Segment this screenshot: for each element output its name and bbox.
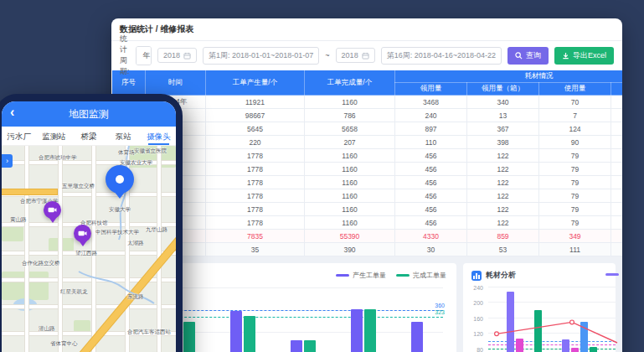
back-chevron-icon[interactable]: ‹ <box>10 105 14 120</box>
table-cell: 67 <box>611 176 623 189</box>
table-cell: 859 <box>467 230 539 243</box>
table-cell: 1160 <box>305 203 395 216</box>
consumables-chart-card: 耗材分析 4080120160200240 <box>463 263 616 352</box>
col-header-sub2: 领用量（箱） <box>467 83 539 96</box>
table-row: 6177811604561227967 <box>112 163 623 176</box>
map-label: 安徽省立医院 <box>134 148 167 155</box>
start-week-input[interactable]: 第1周: 2018-01-01~2018-01-07 <box>203 47 319 65</box>
phone-tab-摄像头[interactable]: 摄像头 <box>141 127 176 145</box>
phone-tab-泵站[interactable]: 泵站 <box>106 127 142 145</box>
table-cell: 240 <box>395 109 467 122</box>
map-label: 潜山路 <box>39 325 55 333</box>
legend-dash-created <box>336 274 349 277</box>
table-row: 356455658897367124129 <box>112 122 623 136</box>
legend-item-created[interactable]: 产生工单量 <box>336 271 386 280</box>
table-row: 7177811604561227967 <box>112 176 623 189</box>
average-row: 平均值35390305311114 <box>112 243 623 256</box>
map-label: 合肥汽车客运西站 <box>127 329 171 336</box>
table-cell: 1778 <box>206 163 305 176</box>
table-cell: 79 <box>539 216 611 230</box>
table-cell: 67 <box>611 189 623 203</box>
map-label: 安徽大学 <box>109 206 131 214</box>
table-row: 298667786240137690 <box>112 109 623 122</box>
table-cell: 70 <box>539 96 611 109</box>
table-cell: 111 <box>539 243 611 256</box>
y-tick-label: 120 <box>463 331 483 337</box>
period-segmented-control[interactable]: 年季月周日 <box>136 46 152 65</box>
table-cell: 367 <box>467 122 539 136</box>
phone-tab-污水厂[interactable]: 污水厂 <box>2 127 37 145</box>
table-cell: 207 <box>305 136 395 149</box>
camera-marker[interactable] <box>44 201 61 219</box>
table-cell: 456 <box>395 216 467 230</box>
consumables-title-text: 耗材分析 <box>486 270 516 281</box>
calendar-icon <box>362 52 369 60</box>
table-cell: 33 <box>611 230 623 243</box>
table-row: 42202071103989019 <box>112 136 623 149</box>
legend-label-completed: 完成工单量 <box>413 271 446 280</box>
table-row: 10177811604561227967 <box>112 216 623 230</box>
map-expand-button[interactable]: › <box>2 154 13 168</box>
table-cell: 53 <box>467 243 539 256</box>
y-tick-label: 80 <box>463 346 483 352</box>
table-cell: 690 <box>611 109 623 122</box>
start-week-value: 第1周: 2018-01-01~2018-01-07 <box>209 50 313 61</box>
col-header-sub3: 使用量 <box>539 83 611 96</box>
bar-产生工单量 <box>230 311 242 352</box>
range-separator: ~ <box>325 51 329 60</box>
table-cell: 1778 <box>206 216 305 230</box>
table-cell: 250 <box>611 96 623 109</box>
table-cell: 79 <box>539 189 611 203</box>
consumables-chart-plot <box>488 283 616 352</box>
phone-title: 地图监测 <box>69 107 109 122</box>
table-cell: 67 <box>611 203 623 216</box>
segment-年[interactable]: 年 <box>137 47 152 65</box>
camera-icon <box>48 206 57 214</box>
table-cell: 98667 <box>206 109 305 122</box>
chevron-right-icon: › <box>6 157 8 165</box>
table-cell: 14 <box>611 243 623 256</box>
table-cell: 398 <box>467 136 539 149</box>
phone-tab-监测站[interactable]: 监测站 <box>37 127 72 145</box>
bar-产生工单量 <box>351 309 363 352</box>
table-cell: 1160 <box>305 176 395 189</box>
legend-item-completed[interactable]: 完成工单量 <box>396 271 446 280</box>
col-header-created: 工单产生量/个 <box>206 70 305 96</box>
table-cell: 19 <box>611 136 623 149</box>
col-header-time: 时间 <box>146 70 206 96</box>
selected-location-pin[interactable] <box>106 165 134 194</box>
table-cell: 67 <box>611 216 623 230</box>
map-label: 红星美凯龙 <box>60 288 88 296</box>
table-cell: 4330 <box>395 230 467 243</box>
map-label: 中国科学技术大学 <box>95 229 139 236</box>
phone-tab-桥梁[interactable]: 桥梁 <box>71 127 106 145</box>
end-year-select[interactable]: 2018 <box>336 48 375 63</box>
phone-tab-bar: 污水厂监测站桥梁泵站摄像头 <box>2 127 176 146</box>
table-cell: 7 <box>539 109 611 122</box>
table-cell: 390 <box>305 243 395 256</box>
table-cell: 122 <box>467 163 539 176</box>
table-cell: 456 <box>395 163 467 176</box>
table-cell: 1778 <box>206 203 305 216</box>
filter-bar: 统计周期: 年季月周日 2018 第1周: 2018-01-01~2018-01… <box>111 41 622 70</box>
table-cell: 1778 <box>206 149 305 163</box>
consumables-chart-title: 耗材分析 <box>471 270 516 281</box>
bar-产生工单量 <box>291 340 302 352</box>
end-week-input[interactable]: 第16周: 2018-04-16~2018-04-22 <box>381 47 502 65</box>
dashboard-panel: 数据统计 / 维修报表 统计周期: 年季月周日 2018 第1周: 2018-0… <box>111 18 622 352</box>
map-canvas[interactable]: › 全部 合肥市琥珀中学体育场安徽农业大学安徽省立医院五里墩立交桥合肥市宁溪小学… <box>2 146 176 352</box>
table-cell: 1160 <box>305 163 395 176</box>
export-excel-button[interactable]: 导出Excel <box>554 47 614 65</box>
table-cell: 1778 <box>206 176 305 189</box>
y-tick-label: 160 <box>463 315 483 321</box>
legend-dash-completed <box>396 274 410 277</box>
map-label: 黄山路 <box>10 216 27 224</box>
table-row: 5177811604561227967 <box>112 149 623 163</box>
table-cell: 340 <box>467 96 539 109</box>
y-tick-label: 200 <box>463 300 483 306</box>
table-cell: 456 <box>395 203 467 216</box>
table-cell: 122 <box>467 189 539 203</box>
camera-marker[interactable] <box>74 225 91 242</box>
start-year-select[interactable]: 2018 <box>157 48 197 63</box>
query-button[interactable]: 查询 <box>507 47 549 65</box>
